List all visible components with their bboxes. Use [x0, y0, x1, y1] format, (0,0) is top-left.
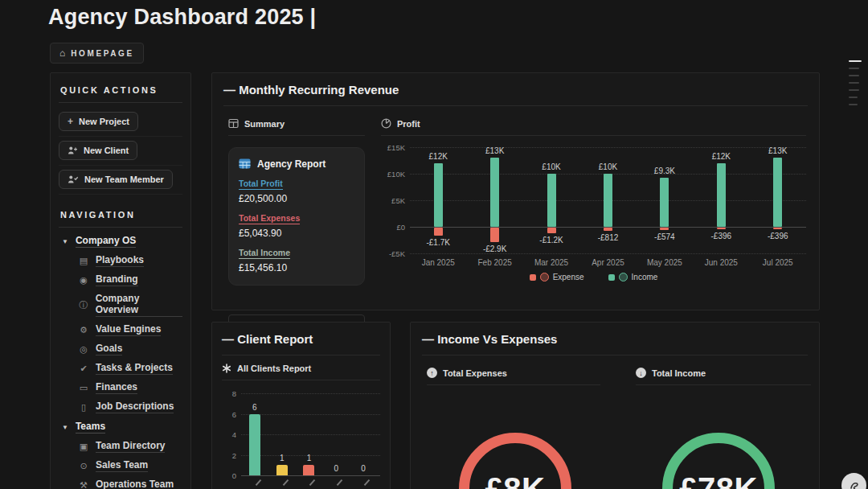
sidebar-item-playbooks[interactable]: ▤Playbooks: [78, 254, 182, 267]
bar-value-label: -£396: [711, 232, 732, 240]
archive-icon: ▤: [78, 257, 89, 265]
legend-income[interactable]: Income: [608, 273, 658, 281]
legend-expense[interactable]: Expense: [530, 273, 584, 281]
card-row-label-total-expenses[interactable]: Total Expenses: [239, 213, 300, 224]
total-income-header: ↓ Total Income: [636, 368, 811, 385]
bar-value-label: £10K: [599, 162, 617, 171]
x-axis-label: Jul 2025: [750, 258, 806, 267]
navigation-title: NAVIGATION: [59, 208, 182, 228]
x-axis-label-stub: [337, 479, 343, 486]
sidebar-item-sales-team[interactable]: ⊙Sales Team: [78, 459, 182, 472]
toc-line[interactable]: [849, 97, 858, 98]
panel-client-report: — Client Report All Clients Report 86420…: [211, 322, 391, 489]
toc-line[interactable]: [849, 68, 859, 69]
sidebar-item-team-directory[interactable]: ▣Team Directory: [78, 440, 182, 453]
sidebar-item-label: Sales Team: [96, 459, 148, 472]
bar-value-label: £13K: [768, 146, 787, 155]
total-expenses-label: Total Expenses: [443, 368, 507, 378]
sidebar-item-label: Operations Team: [96, 479, 174, 489]
total-income-label: Total Income: [652, 368, 706, 378]
quick-action-new-team-member-button[interactable]: New Team Member: [59, 170, 173, 189]
plus-icon: +: [68, 117, 73, 126]
arrow-up-circle-icon: ↑: [427, 368, 437, 378]
home-icon: ⌂: [59, 47, 65, 59]
sidebar-item-operations-team[interactable]: ⚒Operations Team: [78, 479, 182, 489]
y-axis-tick-label: £15K: [381, 143, 405, 152]
nav-section-company-os[interactable]: ▼Company OS: [62, 235, 182, 248]
sidebar-item-company-overview[interactable]: ⓘCompany Overview: [78, 293, 182, 317]
legend-toggle-icon: [619, 273, 628, 281]
card-row-label-total-profit[interactable]: Total Profit: [239, 179, 283, 190]
agency-report-rows: Total Profit£20,500.00Total Expenses£5,0…: [239, 170, 354, 273]
sidebar-item-goals[interactable]: ◎Goals: [78, 343, 182, 355]
expense-bar: [717, 228, 726, 229]
profit-chart-legend: ExpenseIncome: [381, 273, 806, 281]
quick-action-new-client-button[interactable]: New Client: [59, 141, 137, 160]
gears-icon: ⚙: [78, 326, 89, 335]
sidebar-item-label: Goals: [96, 343, 122, 355]
bar-value-label: 1: [307, 454, 312, 462]
y-axis-tick-label: 8: [222, 389, 236, 398]
expense-bar: [604, 228, 612, 231]
bar-value-label: 1: [280, 454, 285, 462]
toc-line[interactable]: [849, 104, 858, 105]
nav-section-teams[interactable]: ▼Teams: [62, 421, 182, 434]
sidebar-item-value-engines[interactable]: ⚙Value Engines: [78, 323, 182, 336]
card-row-label-total-income[interactable]: Total Income: [239, 248, 290, 259]
card-row-value: £15,456.10: [239, 262, 354, 273]
total-expenses-donut: £8K: [459, 433, 571, 489]
bar-group-feb-2025: £13K-£2.9K: [466, 147, 522, 253]
sidebar-item-branding[interactable]: ◉Branding: [78, 273, 182, 286]
table-icon: [228, 118, 239, 129]
quick-action-label: New Client: [84, 146, 129, 155]
eye-icon: ⊙: [78, 462, 89, 471]
asterisk-icon: [222, 364, 231, 373]
breadcrumb-homepage[interactable]: ⌂ HOMEPAGE: [50, 43, 144, 64]
y-axis-tick-label: 2: [222, 451, 236, 460]
expense-bar: [773, 228, 782, 229]
x-axis-label: Jun 2025: [693, 258, 749, 267]
check-circle-icon: ✔: [78, 364, 89, 373]
y-axis-tick-label: 0: [222, 471, 236, 480]
quick-actions-list: +New ProjectNew ClientNew Team Member: [59, 108, 182, 195]
bar-value-label: -£1.2K: [539, 236, 563, 244]
banknote-icon: ▭: [78, 384, 89, 392]
mrr-section-title: — Monthly Recurring Revenue: [223, 83, 808, 106]
quick-action-new-project-button[interactable]: +New Project: [59, 112, 138, 131]
client-report-title: — Client Report: [222, 332, 380, 355]
sidebar-item-finances[interactable]: ▭Finances: [78, 381, 182, 394]
sidebar: QUICK ACTIONS +New ProjectNew ClientNew …: [50, 72, 191, 489]
toc-line[interactable]: [849, 75, 859, 76]
bar-group-apr-2025: £10K-£812: [579, 147, 636, 253]
toc-line[interactable]: [849, 60, 862, 62]
gridline: [410, 253, 806, 254]
bar-value-label: 6: [252, 403, 257, 412]
toc-line[interactable]: [849, 89, 859, 91]
bar-group-jun-2025: £12K-£396: [693, 147, 749, 253]
income-bar: [490, 158, 499, 227]
total-expenses-header: ↑ Total Expenses: [427, 368, 600, 385]
chevron-down-icon: ▼: [62, 424, 68, 431]
arrow-down-circle-icon: ↓: [636, 368, 646, 378]
bar-group-mar-2025: £10K-£1.2K: [523, 147, 579, 253]
x-axis-label-stub: [282, 479, 289, 486]
profit-label: Profit: [397, 119, 420, 129]
sidebar-item-job-descriptions[interactable]: ▯Job Descriptions: [78, 401, 182, 413]
toc-line[interactable]: [849, 82, 859, 84]
help-avatar-button[interactable]: [841, 473, 866, 489]
sidebar-item-label: Value Engines: [96, 323, 161, 336]
wrench-icon: ⚒: [78, 481, 89, 489]
sidebar-item-label: Finances: [96, 381, 137, 394]
bar-columns: 61100: [241, 390, 377, 475]
sidebar-item-label: Job Descriptions: [96, 401, 174, 413]
x-axis-label: May 2025: [637, 258, 693, 267]
bar-group-may-2025: £9.3K-£574: [637, 147, 693, 253]
chevron-down-icon: ▼: [62, 238, 68, 245]
sidebar-item-tasks-projects[interactable]: ✔Tasks & Projects: [78, 362, 182, 375]
bar-group: 6: [241, 390, 268, 475]
x-axis-label-stub: [256, 479, 262, 486]
agency-report-card[interactable]: Agency Report Total Profit£20,500.00Tota…: [228, 147, 365, 286]
navigation-tree: ▼Company OS▤Playbooks◉BrandingⓘCompany O…: [59, 235, 182, 489]
bar-value-label: -£1.7K: [426, 238, 449, 247]
table-of-contents-indicator[interactable]: [849, 60, 863, 111]
